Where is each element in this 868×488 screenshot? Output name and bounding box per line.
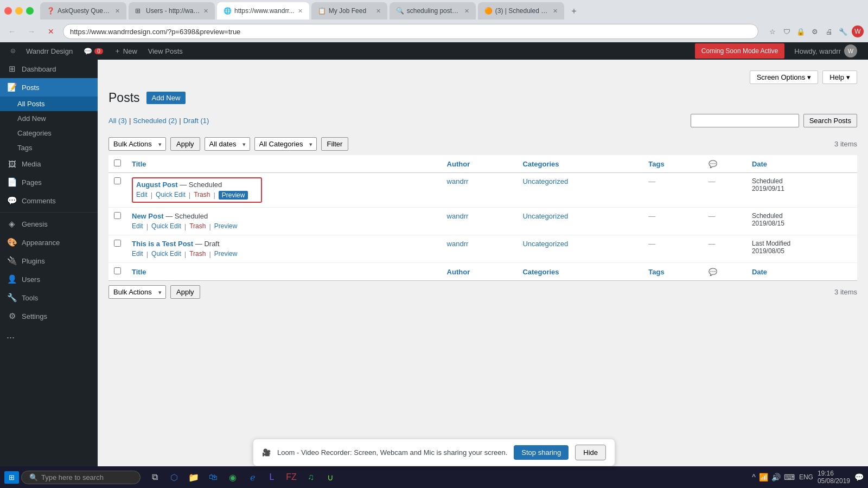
browser-tab-5[interactable]: 🟠 (3) | Scheduled Post... ✕ [478, 2, 564, 20]
taskbar-edge[interactable]: ⬡ [167, 470, 182, 485]
browser-tab-4[interactable]: 🔍 scheduling posts in... ✕ [390, 2, 476, 20]
row2-edit-link[interactable]: Edit [132, 222, 143, 230]
sidebar-sub-tags[interactable]: Tags [0, 140, 98, 155]
row1-category-link[interactable]: Uncategorized [522, 177, 568, 185]
author-col-header[interactable]: Author [442, 155, 518, 173]
close-window-btn[interactable] [4, 7, 12, 15]
help-btn[interactable]: Help ▾ [822, 70, 857, 84]
categories-col-header[interactable]: Categories [517, 155, 643, 173]
footer-categories-col[interactable]: Categories [517, 263, 643, 281]
sidebar-item-posts[interactable]: 📝 Posts [0, 78, 98, 97]
row1-preview-link[interactable]: Preview [219, 191, 248, 200]
profile-icon[interactable]: W [852, 25, 864, 37]
taskbar-chrome[interactable]: ◉ [225, 470, 240, 485]
coming-soon-btn[interactable]: Coming Soon Mode Active [695, 43, 784, 59]
bulk-actions-apply-btn[interactable]: Apply [170, 137, 200, 151]
screen-options-btn[interactable]: Screen Options ▾ [750, 70, 819, 84]
network-icon[interactable]: 📶 [759, 473, 768, 481]
date-col-header[interactable]: Date [746, 155, 857, 173]
sidebar-item-users[interactable]: 👤 Users [0, 270, 98, 288]
taskbar-search[interactable]: 🔍 Type here to search [21, 471, 141, 484]
tab-close-4[interactable]: ✕ [464, 8, 469, 15]
stop-sharing-btn[interactable]: Stop sharing [514, 445, 569, 460]
tab-close-3[interactable]: ✕ [376, 8, 381, 15]
new-item[interactable]: ＋ New [108, 42, 143, 60]
new-tab-btn[interactable]: ＋ [566, 3, 582, 18]
volume-icon[interactable]: 🔊 [771, 473, 781, 481]
keyboard-icon[interactable]: ⌨ [784, 473, 795, 481]
search-posts-input[interactable] [691, 114, 799, 127]
row2-quick-edit-link[interactable]: Quick Edit [151, 222, 181, 230]
sidebar-item-comments[interactable]: 💬 Comments [0, 191, 98, 210]
extension-icon-1[interactable]: 🔒 [795, 26, 806, 37]
filter-draft[interactable]: Draft (1) [183, 117, 209, 125]
howdy-item[interactable]: Howdy, wandrr W [789, 44, 863, 57]
row3-title-link[interactable]: This is a Test Post — Draft [132, 240, 220, 248]
extension-icon-3[interactable]: 🖨 [824, 26, 834, 37]
wp-logo[interactable]: W [5, 42, 21, 60]
sidebar-item-media[interactable]: 🖼 Media [0, 155, 98, 173]
minimize-window-btn[interactable] [15, 7, 23, 15]
browser-tab-1[interactable]: ⊞ Users - http://wandr... ✕ [129, 2, 215, 20]
row3-author-link[interactable]: wandrr [447, 240, 469, 248]
bulk-actions-select[interactable]: Bulk Actions [108, 137, 166, 151]
notification-icon[interactable]: 💬 [854, 473, 864, 481]
row1-quick-edit-link[interactable]: Quick Edit [156, 191, 186, 200]
comments-item[interactable]: 💬 0 [78, 42, 108, 60]
footer-title-col[interactable]: Title [126, 263, 442, 281]
extension-icon-2[interactable]: ⚙ [809, 26, 820, 37]
sidebar-item-plugins[interactable]: 🔌 Plugins [0, 252, 98, 270]
footer-author-col[interactable]: Author [442, 263, 518, 281]
row3-category-link[interactable]: Uncategorized [522, 240, 568, 248]
row1-checkbox[interactable] [114, 177, 121, 184]
filter-scheduled[interactable]: Scheduled (2) [133, 117, 177, 125]
sidebar-item-tools[interactable]: 🔧 Tools [0, 288, 98, 307]
taskbar-store[interactable]: 🛍 [206, 470, 221, 485]
row2-trash-link[interactable]: Trash [189, 222, 206, 230]
bottom-apply-btn[interactable]: Apply [170, 285, 200, 299]
row3-preview-link[interactable]: Preview [214, 250, 238, 258]
forward-btn[interactable]: → [24, 24, 39, 39]
footer-tags-col[interactable]: Tags [643, 263, 703, 281]
row1-title-link[interactable]: August Post — Scheduled [136, 181, 222, 189]
row1-author-link[interactable]: wandrr [447, 177, 469, 185]
footer-select-all-checkbox[interactable] [114, 267, 121, 274]
row2-author-link[interactable]: wandrr [447, 212, 469, 220]
row3-checkbox[interactable] [114, 240, 121, 247]
taskbar-spotify[interactable]: ♫ [303, 470, 318, 485]
address-bar[interactable]: https://www.wandrrdesign.com/?p=6398&pre… [63, 24, 758, 39]
categories-select[interactable]: All Categories [254, 137, 317, 151]
hide-btn[interactable]: Hide [575, 445, 606, 460]
sidebar-item-settings[interactable]: ⚙ Settings [0, 307, 98, 325]
row3-edit-link[interactable]: Edit [132, 250, 143, 258]
sidebar-sub-add-new[interactable]: Add New [0, 111, 98, 126]
row3-quick-edit-link[interactable]: Quick Edit [151, 250, 181, 258]
footer-date-col[interactable]: Date [746, 263, 857, 281]
add-new-btn[interactable]: Add New [146, 92, 186, 104]
title-col-header[interactable]: Title [126, 155, 442, 173]
tags-col-header[interactable]: Tags [643, 155, 703, 173]
chevron-up-icon[interactable]: ^ [752, 473, 756, 481]
dates-select[interactable]: All dates [205, 137, 250, 151]
row1-trash-link[interactable]: Trash [194, 191, 210, 200]
browser-tab-0[interactable]: ❓ AskQuesty Question... ✕ [40, 2, 126, 20]
sidebar-item-appearance[interactable]: 🎨 Appearance [0, 233, 98, 252]
taskbar-upwork[interactable]: ∪ [323, 470, 338, 485]
row3-trash-link[interactable]: Trash [189, 250, 206, 258]
shield-icon[interactable]: 🛡 [781, 26, 792, 37]
reload-btn[interactable]: ✕ [43, 24, 59, 39]
filter-btn[interactable]: Filter [321, 137, 349, 151]
sidebar-item-genesis[interactable]: ◈ Genesis [0, 215, 98, 233]
browser-tab-2[interactable]: 🌐 https://www.wandrr... ✕ [217, 2, 309, 20]
sidebar-sub-categories[interactable]: Categories [0, 126, 98, 140]
bottom-bulk-actions-select[interactable]: Bulk Actions [108, 285, 166, 299]
row2-checkbox[interactable] [114, 212, 121, 219]
site-name-item[interactable]: Wandrr Design [21, 42, 78, 60]
start-btn[interactable]: ⊞ [4, 471, 19, 484]
extension-icon-4[interactable]: 🔧 [838, 26, 848, 37]
back-btn[interactable]: ← [4, 24, 20, 39]
view-posts-item[interactable]: View Posts [143, 42, 188, 60]
tab-close-0[interactable]: ✕ [115, 8, 120, 15]
browser-tab-3[interactable]: 📋 My Job Feed ✕ [311, 2, 387, 20]
taskbar-filezilla[interactable]: FZ [284, 470, 299, 485]
